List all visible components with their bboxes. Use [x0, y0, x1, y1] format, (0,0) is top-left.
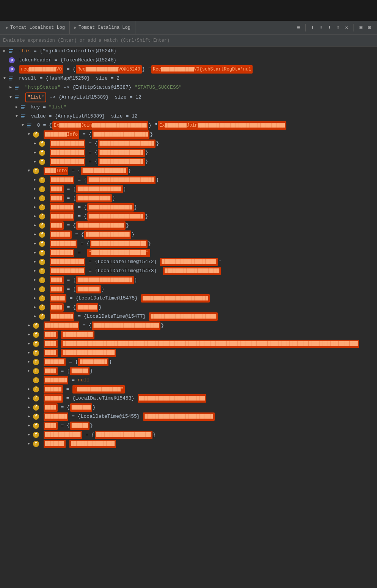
field-f-icon12: f	[39, 232, 45, 238]
collapse-arrow-icon5[interactable]: ▼	[26, 130, 32, 139]
expand-icon-k[interactable]: ▶	[32, 240, 38, 248]
expand-icon-dd[interactable]: ▶	[26, 422, 32, 430]
expand-icon-i[interactable]: ▶	[32, 221, 38, 230]
collapse-icon-info2[interactable]: ▼	[26, 167, 32, 175]
table-row[interactable]: ▶ f ████████████ = {████████████████████…	[0, 321, 377, 330]
expand-icon-f[interactable]: ▶	[32, 194, 38, 202]
table-row[interactable]: ▶ f ████ ███████████████████████████████…	[0, 339, 377, 348]
expand-icon-a[interactable]: ▶	[32, 140, 38, 148]
expand-icon-bb[interactable]: ▶	[26, 403, 32, 412]
expand-icon-l[interactable]: ▶	[32, 249, 38, 257]
expand-icon-w[interactable]: ▶	[26, 349, 32, 357]
collapse-arrow-icon3[interactable]: ▼	[14, 112, 20, 121]
tab-bar: ▶ Tomcat Localhost Log ▶ Tomcat Catalina…	[0, 21, 377, 34]
table-row[interactable]: ▶ f █████████████ = {███████████████████…	[0, 430, 377, 439]
expand-icon-cc[interactable]: ▶	[26, 412, 32, 421]
table-row[interactable]: ▼ "list" -> {ArrayList@15389} size = 12	[0, 92, 377, 103]
grid-icon[interactable]: ⊞	[358, 24, 364, 31]
table-row[interactable]: ▶ f ████ = {████████████████████}	[0, 276, 377, 285]
upload2-icon[interactable]: ⬆	[335, 24, 341, 31]
table-row[interactable]: ▶ f ████ = {████████████████}	[0, 185, 377, 194]
collapse-arrow-icon2[interactable]: ▼	[8, 93, 14, 102]
expand-icon-c[interactable]: ▶	[32, 158, 38, 166]
table-row[interactable]: ▶ f ████ = {███████}	[0, 403, 377, 412]
table-row[interactable]: ▼ result = {HashMap@15250} size = 2	[0, 74, 377, 83]
expand-icon-q[interactable]: ▶	[32, 294, 38, 303]
expand-icon-u[interactable]: ▶	[26, 331, 32, 339]
table-row[interactable]: ▶ f ████ ███████████████████	[0, 348, 377, 358]
table-row[interactable]: ▶ f ████ = {██████}	[0, 367, 377, 376]
table-row[interactable]: ▶ key = "list"	[0, 103, 377, 112]
download-icon[interactable]: ⬇	[318, 24, 324, 31]
eval-input[interactable]	[3, 38, 374, 43]
table-row[interactable]: ▶ f ██████ = "████████████████"	[0, 385, 377, 394]
expand-icon-aa[interactable]: ▶	[26, 394, 32, 403]
table-row[interactable]: ▶ f ███████ = {██████████}	[0, 358, 377, 367]
table-row[interactable]: ▼ value = {ArrayList@15389} size = 12	[0, 112, 377, 121]
table-row[interactable]: f ████████ = null	[0, 376, 377, 385]
expand-icon-ff[interactable]: ▶	[26, 440, 32, 448]
expand-icon-d[interactable]: ▶	[32, 176, 38, 184]
upload-icon[interactable]: ⬆	[309, 24, 316, 31]
table-row[interactable]: ▶ f ███████ ████████████████	[0, 439, 377, 448]
menu-icon[interactable]: ≡	[295, 24, 302, 31]
table-row[interactable]: ▶ f █████ = {LocalDateTime@15475} ██████…	[0, 294, 377, 303]
table-row[interactable]: ▶ f ████ = {█████████████████}	[0, 221, 377, 230]
table-row[interactable]: ▼ f ████████Info = {████████████████████…	[0, 130, 377, 139]
table-row[interactable]: ▶ f ███████ = {████████████████}	[0, 230, 377, 239]
expand-icon-o[interactable]: ▶	[32, 276, 38, 284]
table-row[interactable]: ▶ f █████████ = {████████████████████}	[0, 239, 377, 248]
var-g12: ████ = {██████}	[40, 422, 93, 430]
table-row[interactable]: ▶ f ████████ = {████████████████}	[0, 203, 377, 212]
table-row[interactable]: ▶ f ████ ███████████	[0, 330, 377, 339]
expand-arrow-icon[interactable]: ▶	[2, 47, 8, 55]
table-row[interactable]: ▶ f ██████ = {LocalDateTime@15453} █████…	[0, 394, 377, 403]
close-icon[interactable]: ✕	[344, 24, 350, 31]
expand-icon-s[interactable]: ▶	[32, 312, 38, 321]
table-row[interactable]: ▶ f ████████ = {LocalDateTime@15455} ███…	[0, 412, 377, 421]
collapse-arrow-icon[interactable]: ▼	[2, 74, 8, 83]
expand-icon-m[interactable]: ▶	[32, 258, 38, 266]
table-row[interactable]: ▶ f ████████████ = {████████████████}	[0, 157, 377, 166]
expand-arrow-icon2[interactable]: ▶	[8, 83, 14, 92]
split-icon[interactable]: ⊟	[366, 24, 372, 31]
collapse-arrow-icon4[interactable]: ▼	[20, 121, 26, 130]
table-row[interactable]: ▶ f ████████ = "████████████████████"	[0, 248, 377, 257]
expand-arrow-icon3[interactable]: ▶	[14, 103, 20, 111]
table-row[interactable]: ▶ f ████████ = {████████████████████████…	[0, 176, 377, 185]
expand-icon-j[interactable]: ▶	[32, 230, 38, 239]
expand-icon-x[interactable]: ▶	[26, 358, 32, 366]
table-row[interactable]: ▶ f ████ = {██████}	[0, 421, 377, 430]
table-row[interactable]: ▶ f ████████ = {LocalDateTime@15477} ███…	[0, 312, 377, 321]
table-row[interactable]: ▶ f ████████████ = {LocalDateTime@15472}…	[0, 257, 377, 267]
download2-icon[interactable]: ⬇	[327, 24, 333, 31]
table-row[interactable]: ▶ f ████████████ = {████████████████}	[0, 148, 377, 157]
table-row[interactable]: p req██████████VO = {Req████████████VO@1…	[0, 65, 377, 74]
tab-localhost[interactable]: ▶ Tomcat Localhost Log	[2, 21, 70, 34]
table-row[interactable]: ▶ f ████ = {████████████}	[0, 194, 377, 203]
table-row[interactable]: ▶ f ████ = {████████}	[0, 285, 377, 294]
expand-icon-g[interactable]: ▶	[32, 203, 38, 212]
table-row[interactable]: ▶ f ████████ = {████████████████████}	[0, 212, 377, 221]
table-row[interactable]: ▶ f ████████████ = {LocalDateTime@15473}…	[0, 267, 377, 276]
table-row[interactable]: p tokenHeader = {TokenHeader@15248}	[0, 56, 377, 65]
expand-icon-p[interactable]: ▶	[32, 285, 38, 293]
expand-icon-v[interactable]: ▶	[26, 340, 32, 348]
expand-icon-b[interactable]: ▶	[32, 149, 38, 157]
table-row[interactable]: ▶ this = {MngrAcntController@15246}	[0, 47, 377, 56]
table-row[interactable]: ▼ f ████Info = {████████████████}	[0, 166, 377, 176]
table-row[interactable]: ▼ 0 = {Ex████████Join███████████████████…	[0, 121, 377, 130]
eval-bar[interactable]	[0, 34, 377, 47]
expand-icon-n[interactable]: ▶	[32, 267, 38, 275]
table-row[interactable]: ▶ "httpStatus" -> {EnHttpStatus@15387} "…	[0, 83, 377, 92]
table-row[interactable]: ▶ f ████████████ = {████████████████████…	[0, 139, 377, 148]
expand-icon-r[interactable]: ▶	[32, 303, 38, 312]
expand-icon-h[interactable]: ▶	[32, 212, 38, 221]
expand-icon-y[interactable]: ▶	[26, 367, 32, 375]
expand-icon-t[interactable]: ▶	[26, 321, 32, 330]
expand-icon-ee[interactable]: ▶	[26, 431, 32, 439]
expand-icon-z[interactable]: ▶	[26, 385, 32, 394]
expand-icon-e[interactable]: ▶	[32, 185, 38, 193]
table-row[interactable]: ▶ f ████ = {███████}	[0, 303, 377, 312]
tab-catalina[interactable]: ▶ Tomcat Catalina Log	[70, 21, 135, 34]
